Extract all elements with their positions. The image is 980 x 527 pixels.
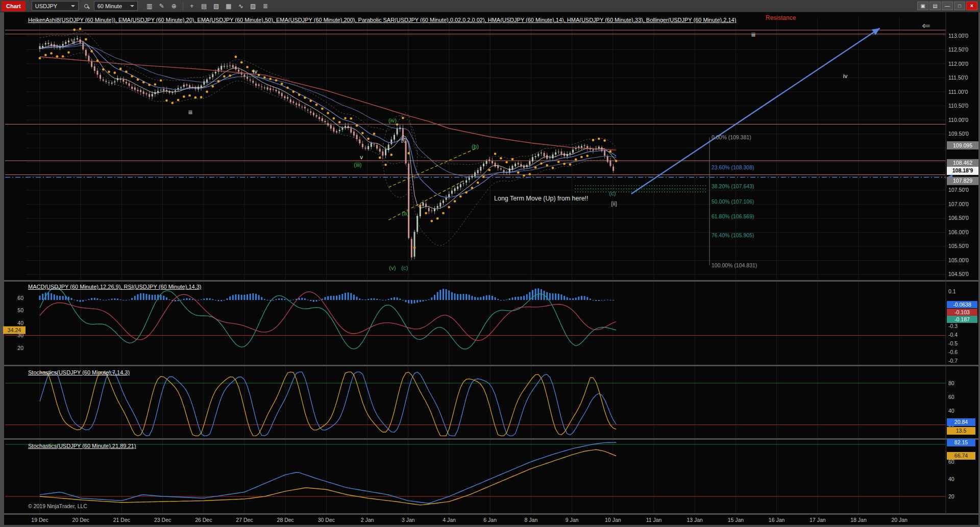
indicator-icon[interactable]: ∿ [235, 1, 247, 11]
svg-text:40: 40 [948, 476, 954, 482]
svg-text:50.00% (107.106): 50.00% (107.106) [712, 198, 754, 205]
macd-indicator-label[interactable]: MACD(USDJPY (60 Minute),12,26,9), RSI(US… [28, 284, 202, 290]
search-button[interactable] [81, 1, 92, 11]
stoch-slow-indicator-label[interactable]: Stochastics(USDJPY (60 Minute),21,89,21) [28, 443, 136, 449]
svg-text:(b): (b) [472, 143, 479, 149]
price-marker: 109.095 [947, 141, 978, 149]
svg-text:60: 60 [948, 394, 954, 400]
svg-text:109.50'0: 109.50'0 [948, 131, 969, 137]
svg-text:6 Jan: 6 Jan [483, 517, 497, 523]
svg-text:107.50'0: 107.50'0 [948, 187, 969, 193]
svg-text:106.50'0: 106.50'0 [948, 215, 969, 221]
snapshot-icon[interactable]: ▤ [199, 1, 210, 11]
svg-text:112.00'0: 112.00'0 [948, 61, 968, 67]
svg-text:(iii): (iii) [354, 162, 361, 168]
svg-text:[i]: [i] [401, 137, 406, 143]
svg-text:26 Dec: 26 Dec [195, 517, 212, 523]
svg-text:iv: iv [253, 68, 258, 74]
svg-text:38.20% (107.643): 38.20% (107.643) [712, 183, 754, 189]
price-marker: 108.18'9 [947, 167, 978, 175]
layout-button[interactable]: ▤ [929, 2, 941, 10]
svg-text:110.50'0: 110.50'0 [948, 103, 968, 109]
svg-text:10 Jan: 10 Jan [605, 517, 621, 523]
svg-text:108.462: 108.462 [953, 160, 972, 166]
long-term-note: Long Term Move (Up) from here!! [494, 195, 589, 202]
svg-text:-0.187: -0.187 [954, 316, 970, 322]
svg-text:21 Dec: 21 Dec [113, 517, 130, 523]
chevron-down-icon [130, 5, 134, 7]
svg-text:0.00% (109.381): 0.00% (109.381) [712, 134, 751, 140]
ninjatrader-chart-window: { "window": { "buttons": [ {"name":"dock… [0, 0, 980, 527]
chart-style-icon[interactable]: ▥ [144, 1, 155, 11]
interval-value: 60 Minute [97, 3, 122, 9]
svg-text:40: 40 [948, 408, 954, 414]
svg-text:(a): (a) [402, 210, 409, 216]
window-controls: ▣▤—□× [917, 2, 978, 10]
svg-text:108.18'9: 108.18'9 [952, 167, 973, 173]
chart-tab[interactable]: Chart [2, 1, 26, 11]
dock-window-button[interactable]: ▣ [917, 2, 928, 10]
toolbar-separator [183, 2, 183, 10]
stoch-value-marker: 13.5 [947, 427, 975, 435]
svg-text:76.40% (105.905): 76.40% (105.905) [712, 232, 754, 238]
svg-text:66.74: 66.74 [954, 453, 968, 459]
main-indicator-label[interactable]: HeikenAshi8(USDJPY (60 Minute)), EMA(USD… [28, 17, 736, 23]
zoom-in-icon[interactable]: ⊕ [168, 1, 180, 11]
svg-text:-0.103: -0.103 [954, 309, 970, 315]
svg-text:20: 20 [948, 493, 954, 499]
svg-text:iv: iv [843, 73, 848, 79]
minimize-button[interactable]: — [942, 2, 953, 10]
properties-icon[interactable]: ≣ [260, 1, 271, 11]
svg-text:(c): (c) [401, 265, 408, 271]
maximize-button[interactable]: □ [954, 2, 965, 10]
macd-value-marker: -0.103 [947, 309, 977, 316]
macd-value-marker: -0.187 [947, 316, 977, 323]
svg-text:2 Jan: 2 Jan [361, 517, 374, 523]
svg-text:-0.6: -0.6 [948, 349, 958, 355]
svg-text:61.80% (106.569): 61.80% (106.569) [712, 213, 754, 219]
svg-text:20 Dec: 20 Dec [72, 517, 89, 523]
svg-text:13 Jan: 13 Jan [687, 517, 703, 523]
search-icon [84, 4, 88, 8]
svg-text:19 Dec: 19 Dec [31, 517, 48, 523]
svg-text:16 Jan: 16 Jan [769, 517, 785, 523]
svg-text:28 Dec: 28 Dec [277, 517, 294, 523]
svg-text:82.15: 82.15 [954, 439, 968, 445]
toolbar: Chart USDJPY 60 Minute ▥✎⊕+▤▧▦∿▨≣ ▣▤—□× [0, 0, 980, 12]
price-marker: 107.829 [947, 177, 978, 185]
chart-canvas[interactable]: iiiiiivv(iii)(iv)[i](b)(a)(v)(c)(c)[ii]i… [0, 0, 980, 527]
close-button[interactable]: × [966, 2, 977, 10]
instrument-dropdown[interactable]: USDJPY [32, 1, 79, 11]
svg-text:23 Dec: 23 Dec [154, 517, 171, 523]
svg-text:60: 60 [17, 295, 23, 301]
interval-dropdown[interactable]: 60 Minute [94, 1, 138, 11]
svg-text:109.095: 109.095 [953, 142, 972, 148]
template-icon[interactable]: ▨ [248, 1, 259, 11]
region-highlight-icon[interactable]: ▧ [211, 1, 222, 11]
svg-text:18 Jan: 18 Jan [850, 517, 867, 523]
stoch-value-marker: 82.15 [947, 439, 975, 446]
svg-text:105.50'0: 105.50'0 [948, 243, 969, 249]
data-grid-icon[interactable]: ▦ [223, 1, 234, 11]
svg-text:11 Jan: 11 Jan [646, 517, 662, 523]
resistance-label: Resistance [766, 14, 796, 21]
svg-text:30 Dec: 30 Dec [318, 517, 335, 523]
svg-text:40: 40 [17, 320, 23, 326]
svg-text:34.24: 34.24 [8, 327, 21, 333]
svg-text:(iv): (iv) [388, 117, 397, 123]
instrument-value: USDJPY [35, 3, 57, 9]
scroll-left-arrow-icon[interactable]: ⇐ [922, 19, 930, 32]
crosshair-icon[interactable]: + [186, 1, 198, 11]
chevron-down-icon [71, 5, 75, 7]
svg-text:3 Jan: 3 Jan [402, 517, 415, 523]
svg-text:50: 50 [17, 307, 23, 313]
svg-text:80: 80 [948, 380, 954, 386]
drawing-tools-icon[interactable]: ✎ [156, 1, 167, 11]
chart-background[interactable] [4, 12, 978, 525]
stoch-value-marker: 20.84 [947, 418, 975, 426]
svg-text:20 Jan: 20 Jan [891, 517, 908, 523]
svg-text:iii: iii [188, 109, 192, 115]
svg-text:17 Jan: 17 Jan [810, 517, 826, 523]
stoch-fast-indicator-label[interactable]: Stochastics(USDJPY (60 Minute),7,14,3) [28, 369, 130, 375]
price-marker: 108.462 [947, 159, 978, 167]
